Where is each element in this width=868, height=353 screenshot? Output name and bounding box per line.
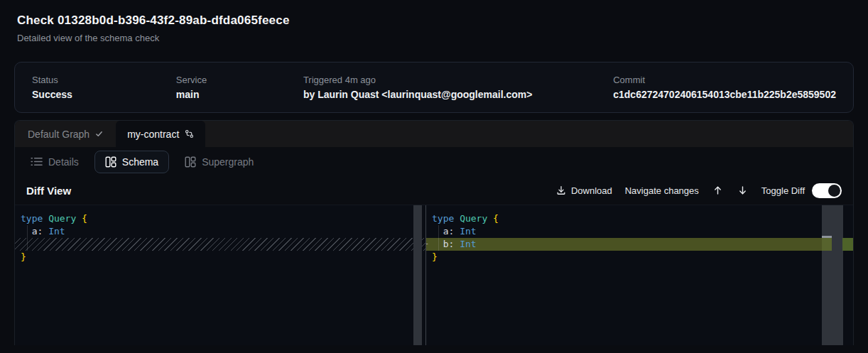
triggered-field: Triggered 4m ago by Laurin Quast <laurin… [303, 75, 613, 100]
commit-field: Commit c1dc62724702406154013cbe11b225b2e… [613, 75, 836, 100]
graph-tab-label: Default Graph [28, 129, 89, 140]
page-header: Check 01328b0d-b396-43f2-89ab-dfda065fee… [0, 0, 868, 43]
diff-view-title: Diff View [26, 185, 71, 197]
schema-check-panel: Default Graph my-contract Details [14, 120, 854, 345]
columns-icon [105, 156, 116, 168]
page-title: Check 01328b0d-b396-43f2-89ab-dfda065fee… [17, 13, 851, 28]
indent-guide [438, 225, 439, 251]
code-line: + b: Int [426, 238, 853, 251]
check-summary-card: Status Success Service main Triggered 4m… [14, 62, 854, 113]
git-compare-icon [185, 129, 194, 139]
toggle-diff-switch[interactable] [812, 183, 842, 198]
service-field: Service main [176, 75, 303, 100]
code-line: type Query { [426, 212, 853, 225]
download-button[interactable]: Download [556, 185, 612, 196]
previous-change-button[interactable] [712, 184, 724, 197]
arrow-up-icon [713, 185, 722, 195]
tab-schema[interactable]: Schema [94, 151, 169, 173]
status-label: Status [32, 75, 176, 85]
code-line: a: Int [15, 225, 425, 238]
commit-value: c1dc62724702406154013cbe11b225b2e5859502 [613, 89, 836, 100]
view-tab-label: Schema [122, 156, 158, 168]
code-line: type Query { [15, 212, 425, 225]
schema-diff-editor: type Query { a: Int} type Query { a: Int… [15, 205, 853, 345]
diff-pane-before[interactable]: type Query { a: Int} [15, 205, 425, 345]
tab-details[interactable]: Details [26, 151, 83, 173]
columns-icon [185, 156, 196, 168]
code-line: a: Int [426, 225, 853, 238]
toggle-diff-control: Toggle Diff [761, 183, 842, 198]
toggle-diff-label: Toggle Diff [761, 185, 805, 196]
check-icon [95, 130, 103, 138]
download-icon [556, 185, 566, 195]
status-field: Status Success [32, 75, 176, 100]
diff-placeholder-line [15, 238, 425, 251]
code-after: type Query { a: Int+ b: Int} [426, 212, 853, 264]
added-line-scroll-tint [822, 238, 832, 251]
view-tab-label: Details [48, 156, 79, 168]
tab-supergraph[interactable]: Supergraph [180, 151, 258, 173]
overview-ruler-added-marker [842, 238, 853, 251]
triggered-value: by Laurin Quast <laurinquast@googlemail.… [303, 89, 613, 100]
navigate-changes-label: Navigate changes [625, 185, 699, 196]
diff-actions: Download Navigate changes Toggle Diff [556, 183, 842, 198]
download-label: Download [571, 185, 612, 196]
triggered-label: Triggered 4m ago [303, 75, 613, 85]
view-tab-bar: Details Schema Supergraph [15, 147, 853, 176]
diff-toolbar: Diff View Download Navigate changes [15, 176, 853, 205]
switch-knob [828, 185, 840, 197]
status-value: Success [32, 89, 176, 100]
diff-pane-after[interactable]: type Query { a: Int+ b: Int} [425, 205, 853, 345]
graph-tab-bar: Default Graph my-contract [15, 121, 853, 147]
navigate-changes-button[interactable]: Navigate changes [625, 185, 699, 196]
indent-guide [27, 225, 28, 251]
tab-my-contract[interactable]: my-contract [116, 121, 205, 147]
commit-label: Commit [613, 75, 836, 85]
service-value: main [176, 89, 303, 100]
view-tab-label: Supergraph [202, 156, 254, 168]
added-line-plus-marker: + [425, 238, 428, 251]
code-line: } [426, 251, 853, 264]
scrollbar-slider[interactable] [822, 205, 843, 345]
code-line: } [15, 251, 425, 264]
graph-tab-label: my-contract [127, 129, 179, 140]
scroll-region-tick [822, 236, 832, 238]
tab-default-graph[interactable]: Default Graph [15, 121, 116, 147]
next-change-button[interactable] [737, 184, 749, 197]
arrow-down-icon [738, 185, 747, 195]
page-subtitle: Detailed view of the schema check [17, 33, 851, 43]
code-before: type Query { a: Int} [15, 212, 425, 264]
service-label: Service [176, 75, 303, 85]
left-pane-scrollbar[interactable] [413, 205, 422, 345]
list-icon [31, 156, 43, 167]
right-pane-scrollbar[interactable] [822, 205, 853, 345]
